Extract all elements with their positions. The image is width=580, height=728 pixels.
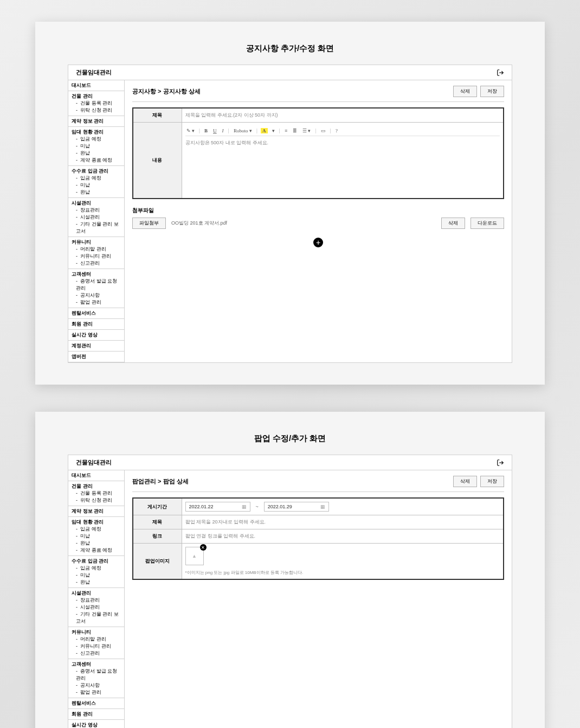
sidebar-fee[interactable]: 수수료 입금 관리 -입금 예정 -미납 -완납 xyxy=(68,166,124,198)
sidebar-facility[interactable]: 시설관리 -장표관리 -시설관리 -기타 건물 관리 보고서 xyxy=(68,198,124,237)
sb2-r1[interactable]: 입금 예정 xyxy=(80,526,101,532)
sidebar-rental[interactable]: 렌탈서비스 xyxy=(68,308,124,319)
sidebar-rent-sub4[interactable]: 계약 종료 예정 xyxy=(80,157,112,163)
sb2-fac2[interactable]: 시설관리 xyxy=(80,604,100,610)
remove-image-icon[interactable]: ✕ xyxy=(200,544,207,551)
app-frame-2: 건물임대관리 대시보드 건물 관리 -건물 등록 관리 -위탁 신청 관리 계약… xyxy=(68,455,512,728)
sidebar-fee-sub2[interactable]: 미납 xyxy=(80,182,90,188)
popup-link-input[interactable]: 팝업 연결 링크를 입력해 주세요. xyxy=(182,529,504,544)
sidebar-building[interactable]: 건물 관리 -건물 등록 관리 -위탁 신청 관리 xyxy=(68,91,124,116)
logout-icon[interactable] xyxy=(497,69,504,76)
sidebar-version[interactable]: 앱버전 xyxy=(68,352,124,362)
sb2-com2[interactable]: 커뮤니티 관리 xyxy=(80,643,111,649)
sidebar-building-sub1[interactable]: 건물 등록 관리 xyxy=(80,100,112,106)
sidebar-cust-sub1[interactable]: 증명서 발급 요청 관리 xyxy=(76,278,117,291)
sb2-com3[interactable]: 신고관리 xyxy=(80,650,100,656)
content-label: 내용 xyxy=(133,123,182,199)
sidebar-fac-sub1[interactable]: 장표관리 xyxy=(80,207,100,213)
help-icon[interactable]: ? xyxy=(334,128,339,133)
add-attachment-button[interactable]: + xyxy=(313,238,323,247)
sidebar-building-sub2[interactable]: 위탁 신청 관리 xyxy=(80,107,112,113)
popup-image-upload[interactable]: ▲ ✕ xyxy=(185,547,204,565)
sidebar-contract[interactable]: 계약 정보 관리 xyxy=(68,116,124,127)
sb2-cust2[interactable]: 공지사항 xyxy=(80,682,100,688)
sb2-r3[interactable]: 완납 xyxy=(80,540,90,546)
sidebar-member[interactable]: 회원 관리 xyxy=(68,319,124,330)
sb2-cust1[interactable]: 증명서 발급 요청 관리 xyxy=(76,668,117,681)
delete-button-2[interactable]: 삭제 xyxy=(453,476,477,487)
sidebar-rent[interactable]: 임대 현황 관리 -입금 예정 -미납 -완납 -계약 종료 예정 xyxy=(68,127,124,166)
sidebar-rent-sub2[interactable]: 미납 xyxy=(80,143,90,149)
sb2-com1[interactable]: 머리말 관리 xyxy=(80,636,106,642)
attach-button[interactable]: 파일첨부 xyxy=(132,218,166,229)
sidebar-cust-sub3[interactable]: 팝업 관리 xyxy=(80,299,101,305)
sidebar-fee-2[interactable]: 수수료 입금 관리 -입금 예정 -미납 -완납 xyxy=(68,556,124,588)
app-frame-1: 건물임대관리 대시보드 건물 관리 -건물 등록 관리 -위탁 신청 관리 계약… xyxy=(68,65,512,363)
attach-delete-button[interactable]: 삭제 xyxy=(441,218,465,229)
underline-icon[interactable]: U xyxy=(212,128,218,133)
sidebar-com-sub3[interactable]: 신고관리 xyxy=(80,260,100,266)
bold-icon[interactable]: B xyxy=(203,128,209,133)
sidebar-rent-label: 임대 현황 관리 xyxy=(72,129,104,135)
sidebar-fee-sub3[interactable]: 완납 xyxy=(80,189,90,195)
sidebar-customer-2[interactable]: 고객센터 -증명서 발급 요청 관리 -공지사항 -팝업 관리 xyxy=(68,659,124,698)
brush-icon[interactable]: ✎ ▾ xyxy=(185,128,196,133)
image-icon[interactable]: ▭ xyxy=(320,128,327,133)
sidebar-rental-2[interactable]: 렌탈서비스 xyxy=(68,698,124,709)
sb2-f2[interactable]: 미납 xyxy=(80,572,90,578)
italic-icon[interactable]: I xyxy=(221,128,225,133)
sidebar-com-sub1[interactable]: 머리말 관리 xyxy=(80,246,106,252)
sidebar-1: 대시보드 건물 관리 -건물 등록 관리 -위탁 신청 관리 계약 정보 관리 … xyxy=(68,80,125,362)
sidebar-fac-sub2[interactable]: 시설관리 xyxy=(80,214,100,220)
save-button-2[interactable]: 저장 xyxy=(480,476,504,487)
sb2-r2[interactable]: 미납 xyxy=(80,533,90,539)
sidebar-fee-sub1[interactable]: 입금 예정 xyxy=(80,175,101,181)
sidebar-community[interactable]: 커뮤니티 -머리말 관리 -커뮤니티 관리 -신고관리 xyxy=(68,237,124,269)
sidebar-facility-2[interactable]: 시설관리 -장표관리 -시설관리 -기타 건물 관리 보고서 xyxy=(68,588,124,627)
highlight-icon[interactable]: A xyxy=(261,128,268,133)
sb2-com-label: 커뮤니티 xyxy=(72,629,91,635)
sb2-f3[interactable]: 완납 xyxy=(80,579,90,585)
wireframe-title-1: 공지사항 추가/수정 화면 xyxy=(68,43,512,54)
save-button-1[interactable]: 저장 xyxy=(480,86,504,97)
breadcrumb-2: 팝업관리 > 팝업 상세 xyxy=(132,477,189,486)
sidebar-rent-sub3[interactable]: 완납 xyxy=(80,150,90,156)
sidebar-contract-2[interactable]: 계약 정보 관리 xyxy=(68,506,124,517)
sidebar-rent-sub1[interactable]: 입금 예정 xyxy=(80,136,101,142)
logout-icon-2[interactable] xyxy=(497,459,504,467)
popup-title-input[interactable]: 팝업 제목을 20자내로 입력해 주세요. xyxy=(182,515,504,529)
download-button[interactable]: 다운로드 xyxy=(471,218,504,229)
delete-button-1[interactable]: 삭제 xyxy=(453,86,477,97)
sidebar-rent-2[interactable]: 임대 현황 관리 -입금 예정 -미납 -완납 -계약 종료 예정 xyxy=(68,517,124,556)
sb2-b1[interactable]: 건물 등록 관리 xyxy=(80,490,112,496)
sb2-f1[interactable]: 입금 예정 xyxy=(80,565,101,571)
sidebar-live[interactable]: 실시간 영상 xyxy=(68,330,124,341)
sidebar-building-2[interactable]: 건물 관리 -건물 등록 관리 -위탁 신청 관리 xyxy=(68,481,124,506)
sidebar-customer[interactable]: 고객센터 -증명서 발급 요청 관리 -공지사항 -팝업 관리 xyxy=(68,269,124,308)
date-to-input[interactable]: 2022.01.29 ▦ xyxy=(264,502,329,512)
sidebar-account[interactable]: 계정관리 xyxy=(68,341,124,352)
title-input[interactable]: 제목을 입력해 주세요.(2자 이상 50자 까지) xyxy=(182,108,504,123)
sidebar-fac-sub3[interactable]: 기타 건물 관리 보고서 xyxy=(76,221,119,234)
sidebar-live-2[interactable]: 실시간 영상 xyxy=(68,720,124,728)
sidebar-cust-sub2[interactable]: 공지사항 xyxy=(80,292,100,298)
sb2-cust3[interactable]: 팝업 관리 xyxy=(80,689,101,695)
sidebar-customer-label: 고객센터 xyxy=(72,271,91,277)
sidebar-community-2[interactable]: 커뮤니티 -머리말 관리 -커뮤니티 관리 -신고관리 xyxy=(68,627,124,659)
align-left-icon[interactable]: ≡ xyxy=(283,128,288,133)
date-from-input[interactable]: 2022.01.22 ▦ xyxy=(185,502,250,512)
sb2-b2[interactable]: 위탁 신청 관리 xyxy=(80,497,112,503)
calendar-icon: ▦ xyxy=(242,504,247,509)
sidebar-dashboard[interactable]: 대시보드 xyxy=(68,80,124,91)
popup-image-label: 팝업이미지 xyxy=(133,544,182,580)
sidebar-member-2[interactable]: 회원 관리 xyxy=(68,709,124,720)
sidebar-com-sub2[interactable]: 커뮤니티 관리 xyxy=(80,253,111,259)
sb2-fac3[interactable]: 기타 건물 관리 보고서 xyxy=(76,611,119,624)
sb2-r4[interactable]: 계약 종료 예정 xyxy=(80,547,112,553)
list-icon[interactable]: ☰ ▾ xyxy=(301,128,312,133)
sidebar-dashboard-2[interactable]: 대시보드 xyxy=(68,470,124,481)
sb2-fac1[interactable]: 장표관리 xyxy=(80,597,100,603)
font-select[interactable]: Roboto ▾ xyxy=(233,128,253,133)
content-editor[interactable]: ✎ ▾ | B U I | Roboto ▾ | A▾ | ≡ xyxy=(182,123,504,199)
align-center-icon[interactable]: ≣ xyxy=(292,128,298,133)
